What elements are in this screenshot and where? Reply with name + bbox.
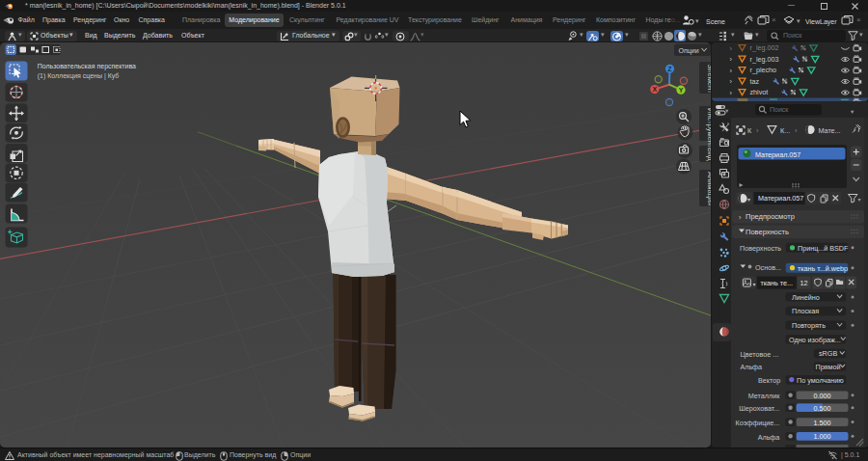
svg-text:По умолчанию: По умолчанию — [797, 376, 844, 385]
svg-text:Альфа: Альфа — [758, 433, 780, 442]
svg-text:Принц...й BSDF: Принц...й BSDF — [798, 244, 849, 253]
svg-text:Цветовое ...: Цветовое ... — [740, 350, 778, 359]
svg-text:Опции: Опции — [679, 47, 699, 55]
svg-text:Материал.057: Материал.057 — [755, 150, 800, 159]
svg-text:Поиск: Поиск — [770, 106, 789, 113]
svg-text:taz: taz — [750, 77, 760, 86]
svg-text:r_leg.002: r_leg.002 — [750, 43, 779, 52]
svg-text:Материал.057: Материал.057 — [758, 194, 803, 203]
svg-text:zhivot: zhivot — [750, 88, 769, 96]
svg-text:(1) Коллекция сцены | Куб: (1) Коллекция сцены | Куб — [38, 72, 120, 80]
svg-text:Вектор: Вектор — [758, 376, 780, 385]
svg-text:Y: Y — [679, 87, 684, 94]
svg-text:Плоская: Плоская — [792, 307, 819, 315]
svg-text:Шероховат...: Шероховат... — [739, 404, 779, 413]
svg-text:Анимация: Анимация — [706, 172, 711, 205]
svg-text:ткань те...: ткань те... — [761, 279, 794, 287]
svg-text:r_leg.003: r_leg.003 — [750, 55, 779, 64]
svg-text:Металлик: Металлик — [748, 392, 780, 400]
svg-text:ткань т...й.webp: ткань т...й.webp — [798, 264, 848, 273]
svg-text:Линейно: Линейно — [792, 293, 820, 302]
svg-text:1.500: 1.500 — [814, 419, 831, 427]
svg-text:Одно изображ...: Одно изображ... — [789, 336, 841, 344]
svg-text:Вид: Вид — [706, 148, 711, 161]
svg-text:Поверхность: Поверхность — [740, 244, 781, 253]
svg-text:Прямой: Прямой — [816, 363, 841, 371]
svg-text:0.000: 0.000 — [814, 392, 831, 400]
svg-text:Поверхность: Поверхность — [746, 228, 789, 236]
svg-text:▾: ▾ — [747, 197, 750, 203]
svg-text:Z: Z — [667, 66, 672, 72]
svg-text:▾: ▾ — [858, 197, 861, 203]
svg-text:12: 12 — [800, 279, 808, 287]
svg-text:r_plecho: r_plecho — [750, 66, 777, 74]
svg-text:0.500: 0.500 — [814, 404, 831, 413]
svg-text:К...: К... — [780, 126, 790, 135]
svg-text:▾: ▾ — [753, 282, 756, 287]
svg-text:X: X — [652, 86, 657, 93]
svg-text:sRGB: sRGB — [819, 349, 837, 358]
svg-text:Мате...: Мате... — [819, 126, 841, 135]
svg-text:Альфа: Альфа — [740, 363, 762, 371]
svg-text:Пользовательская перспектива: Пользовательская перспектива — [38, 63, 136, 70]
svg-text:Инструмент: Инструмент — [706, 108, 711, 149]
svg-text:Элемент: Элемент — [706, 64, 711, 94]
svg-text:Основ...: Основ... — [755, 263, 781, 272]
svg-text:Коэффицие...: Коэффицие... — [735, 419, 779, 427]
svg-text:Повторять: Повторять — [792, 321, 826, 330]
svg-text:Предпросмотр: Предпросмотр — [746, 212, 795, 221]
svg-text:1.000: 1.000 — [814, 432, 831, 441]
